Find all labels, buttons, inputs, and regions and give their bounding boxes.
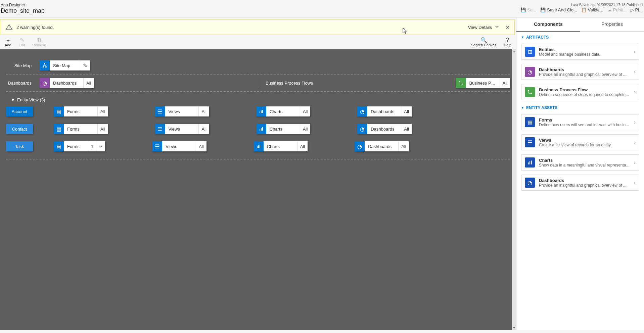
dashboards-icon: ◔ <box>525 67 535 77</box>
svg-rect-12 <box>262 127 263 131</box>
search-canvas-button[interactable]: 🔍 Search Canvas <box>471 37 496 47</box>
task-views-tile[interactable]: ☰ Views All <box>152 141 206 151</box>
charts-icon <box>256 124 266 134</box>
tab-properties[interactable]: Properties <box>580 17 644 32</box>
bpf-count[interactable]: All <box>500 78 510 88</box>
component-entities[interactable]: ⊞ Entities Model and manage business dat… <box>521 44 639 60</box>
scroll-up-icon[interactable]: ▲ <box>512 49 516 54</box>
entity-chip-account[interactable]: Account <box>6 106 33 116</box>
tab-components[interactable]: Components <box>516 17 580 32</box>
task-forms-tile[interactable]: ▤ Forms 1 <box>54 141 105 151</box>
contact-views-tile[interactable]: ☰ Views All <box>155 124 209 134</box>
dashboards-tile[interactable]: ◔ Dashboards All <box>40 78 94 88</box>
svg-rect-10 <box>260 129 260 131</box>
charts-icon <box>256 106 266 116</box>
design-canvas: Site Map Site Map ✎ Dashboards <box>0 49 516 330</box>
close-warning-button[interactable]: ✕ <box>505 24 510 31</box>
component-dashboards-asset[interactable]: ◔ Dashboards Provide an insightful and g… <box>521 175 639 191</box>
svg-point-16 <box>528 90 529 91</box>
svg-rect-2 <box>44 63 45 64</box>
entity-chip-contact[interactable]: Contact <box>6 124 33 134</box>
views-icon: ☰ <box>155 124 165 134</box>
views-icon: ☰ <box>155 106 165 116</box>
account-forms-tile[interactable]: ▤ Forms All <box>54 106 108 116</box>
svg-rect-3 <box>43 66 44 67</box>
dashboards-count[interactable]: All <box>83 78 94 88</box>
views-icon: ☰ <box>152 141 162 151</box>
pencil-icon: ✎ <box>20 37 24 43</box>
svg-rect-11 <box>261 128 262 131</box>
chevron-down-icon[interactable] <box>495 24 499 30</box>
entity-chip-task[interactable]: Task <box>6 141 33 151</box>
sitemap-tile[interactable]: Site Map ✎ <box>40 60 90 70</box>
artifacts-header[interactable]: ▼ ARTIFACTS <box>516 32 644 42</box>
component-bpf[interactable]: Business Process Flow Define a sequence … <box>521 84 639 100</box>
component-dashboards[interactable]: ◔ Dashboards Provide an insightful and g… <box>521 64 639 80</box>
task-charts-tile[interactable]: Charts All <box>254 141 308 151</box>
svg-point-5 <box>459 81 460 83</box>
sitemap-edit-button[interactable]: ✎ <box>80 60 90 70</box>
svg-rect-8 <box>261 110 262 113</box>
svg-rect-9 <box>262 110 263 113</box>
component-views[interactable]: ☰ Views Create a list view of records fo… <box>521 134 639 150</box>
svg-point-1 <box>9 29 9 29</box>
entity-view-toggle[interactable]: ▼ Entity View (3) <box>6 92 510 106</box>
chevron-right-icon: › <box>634 69 636 75</box>
scrollbar[interactable]: ▲ ▼ <box>512 49 516 330</box>
save-and-close-button[interactable]: 💾 Save And Clo... <box>540 7 577 12</box>
dashboard-icon: ◔ <box>40 78 50 88</box>
contact-dashboards-tile[interactable]: ◔ Dashboards All <box>357 124 411 134</box>
entity-assets-header[interactable]: ▼ ENTITY ASSETS <box>516 102 644 112</box>
help-button[interactable]: ? Help <box>504 37 511 47</box>
dashboards-section-label: Dashboards <box>6 81 32 86</box>
svg-rect-14 <box>258 145 259 148</box>
component-charts[interactable]: Charts Show data in a meaningful and vis… <box>521 154 639 171</box>
canvas-area: 2 warning(s) found. View Details ✕ ＋ Add… <box>0 17 516 330</box>
contact-forms-tile[interactable]: ▤ Forms All <box>54 124 108 134</box>
contact-charts-tile[interactable]: Charts All <box>256 124 310 134</box>
svg-rect-15 <box>260 145 260 148</box>
warning-text: 2 warning(s) found. <box>16 25 468 30</box>
add-button[interactable]: ＋ Add <box>5 37 11 47</box>
caret-down-icon: ▼ <box>521 106 524 109</box>
entity-row-account: Account ▤ Forms All ☰ Views All <box>6 106 510 116</box>
svg-rect-20 <box>531 160 532 164</box>
account-charts-tile[interactable]: Charts All <box>256 106 310 116</box>
scroll-down-icon[interactable]: ▼ <box>512 326 516 330</box>
search-icon: 🔍 <box>480 37 487 43</box>
chevron-right-icon: › <box>634 140 636 145</box>
save-button[interactable]: 💾 Sa... <box>520 7 536 12</box>
chevron-right-icon: › <box>634 160 636 165</box>
bpf-icon <box>456 78 466 88</box>
validate-icon: 📋 <box>581 7 587 12</box>
svg-rect-19 <box>530 161 530 164</box>
caret-down-icon: ▼ <box>11 97 15 102</box>
chevron-right-icon: › <box>634 49 636 54</box>
task-forms-dropdown[interactable] <box>96 141 105 151</box>
canvas-toolbar: ＋ Add ✎ Edit 🗑 Remove 🔍 Search Canvas <box>0 35 516 49</box>
validate-button[interactable]: 📋 Valida... <box>581 7 603 12</box>
views-icon: ☰ <box>525 137 535 147</box>
bpf-tile[interactable]: Business Proces... All <box>456 78 510 88</box>
remove-button[interactable]: 🗑 Remove <box>33 37 46 47</box>
svg-rect-7 <box>260 111 260 113</box>
play-button[interactable]: ▷ Pl... <box>631 7 643 12</box>
view-details-link[interactable]: View Details <box>468 25 492 30</box>
edit-button[interactable]: ✎ Edit <box>19 37 25 47</box>
task-dashboards-tile[interactable]: ◔ Dashboards All <box>355 141 409 151</box>
components-panel: Components Properties ▼ ARTIFACTS ⊞ Enti… <box>516 17 644 330</box>
account-views-tile[interactable]: ☰ Views All <box>155 106 209 116</box>
component-forms[interactable]: ▤ Forms Define how users will see and in… <box>521 114 639 130</box>
svg-point-17 <box>531 93 532 94</box>
warning-icon <box>5 23 13 31</box>
publish-button[interactable]: ☁ Publi... <box>607 7 627 12</box>
account-dashboards-tile[interactable]: ◔ Dashboards All <box>357 106 411 116</box>
forms-icon: ▤ <box>54 124 64 134</box>
svg-point-6 <box>461 84 463 85</box>
trash-icon: 🗑 <box>37 37 42 43</box>
forms-icon: ▤ <box>54 141 64 151</box>
forms-icon: ▤ <box>525 117 535 127</box>
svg-rect-13 <box>257 146 258 148</box>
app-header: App Designer Demo_site_map Last Saved on… <box>0 0 644 17</box>
entity-row-task: Task ▤ Forms 1 ☰ Views All <box>6 141 510 159</box>
